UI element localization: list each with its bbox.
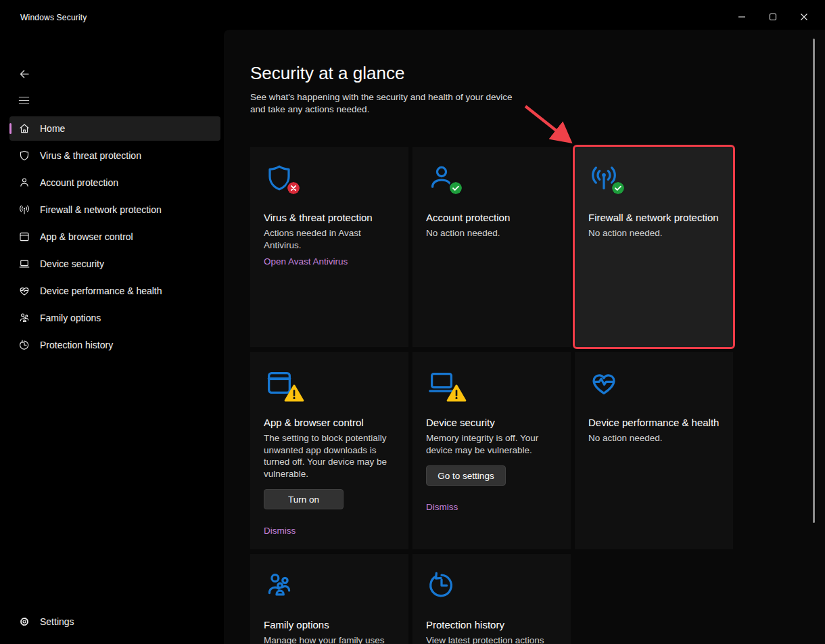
selection-indicator	[9, 123, 11, 134]
family-icon	[264, 570, 295, 601]
page-subtitle: See what's happening with the security a…	[250, 91, 522, 116]
sidebar-item-label: Virus & threat protection	[40, 150, 141, 161]
card-title: Device security	[426, 416, 557, 430]
maximize-button[interactable]	[757, 5, 788, 28]
shield-icon	[264, 162, 295, 193]
sidebar-settings: Settings	[9, 610, 220, 637]
dismiss-link[interactable]: Dismiss	[264, 526, 296, 536]
sidebar-item-settings[interactable]: Settings	[9, 610, 220, 634]
sidebar-nav: Home Virus & threat protection Account p…	[9, 116, 220, 360]
sidebar-item-device-performance-health[interactable]: Device performance & health	[9, 279, 220, 303]
card-title: App & browser control	[264, 416, 395, 430]
ok-badge-icon	[448, 181, 463, 196]
warning-icon	[446, 384, 467, 402]
warning-icon	[284, 384, 304, 402]
card-status: Memory integrity is off. Your device may…	[426, 432, 557, 456]
heart-pulse-icon	[18, 285, 30, 297]
back-button[interactable]	[16, 67, 32, 83]
card-status: The setting to block potentially unwante…	[264, 432, 395, 480]
ok-badge-icon	[611, 181, 626, 196]
hamburger-icon	[18, 94, 30, 107]
dismiss-link[interactable]: Dismiss	[426, 502, 458, 512]
page-title: Security at a glance	[250, 63, 404, 84]
title-bar: Windows Security	[0, 0, 825, 30]
sidebar-item-family-options[interactable]: Family options	[9, 306, 220, 330]
minimize-icon	[738, 13, 746, 21]
sidebar-item-label: Protection history	[40, 340, 113, 350]
card-title: Protection history	[426, 618, 557, 632]
card-device-security[interactable]: Device security Memory integrity is off.…	[412, 352, 571, 549]
sidebar-item-label: Firewall & network protection	[40, 204, 162, 215]
main-content: Security at a glance See what's happenin…	[224, 30, 825, 644]
card-title: Virus & threat protection	[264, 211, 395, 225]
go-to-settings-button[interactable]: Go to settings	[426, 465, 506, 486]
sidebar-item-label: Settings	[40, 616, 74, 627]
shield-icon	[18, 150, 30, 162]
error-badge-icon	[286, 181, 301, 196]
window-controls	[726, 5, 820, 28]
window-title: Windows Security	[20, 13, 87, 22]
card-status: Manage how your family uses	[264, 635, 395, 644]
card-device-performance-health[interactable]: Device performance & health No action ne…	[575, 352, 733, 549]
card-virus-threat-protection[interactable]: Virus & threat protection Actions needed…	[250, 147, 408, 347]
card-status: No action needed.	[588, 432, 720, 444]
sidebar-item-app-browser-control[interactable]: App & browser control	[9, 225, 220, 249]
network-icon	[18, 204, 30, 216]
scrollbar[interactable]	[813, 39, 815, 523]
card-status: Actions needed in Avast Antivirus.	[264, 227, 395, 251]
card-app-browser-control[interactable]: App & browser control The setting to blo…	[250, 352, 408, 549]
card-firewall-network-protection[interactable]: Firewall & network protection No action …	[575, 147, 733, 347]
sidebar-item-label: Home	[40, 123, 65, 134]
person-icon	[18, 177, 30, 189]
maximize-icon	[769, 13, 777, 21]
gear-icon	[18, 616, 30, 628]
card-protection-history[interactable]: Protection history View latest protectio…	[412, 554, 571, 644]
card-account-protection[interactable]: Account protection No action needed.	[412, 147, 571, 347]
sidebar-item-account-protection[interactable]: Account protection	[9, 170, 220, 195]
history-icon	[426, 570, 457, 601]
close-button[interactable]	[788, 5, 820, 28]
sidebar-item-device-security[interactable]: Device security	[9, 252, 220, 276]
sidebar-item-virus-threat-protection[interactable]: Virus & threat protection	[9, 143, 220, 168]
security-cards-grid: Virus & threat protection Actions needed…	[250, 147, 733, 644]
laptop-icon	[426, 367, 457, 398]
card-title: Firewall & network protection	[588, 211, 720, 225]
turn-on-button[interactable]: Turn on	[264, 489, 344, 509]
close-icon	[800, 13, 808, 21]
history-icon	[18, 339, 30, 351]
app-window-icon	[264, 367, 295, 398]
hamburger-menu-button[interactable]	[16, 93, 32, 110]
sidebar-item-label: Device security	[40, 258, 104, 269]
person-icon	[426, 162, 457, 193]
card-status: No action needed.	[588, 227, 720, 239]
network-icon	[588, 162, 619, 193]
heart-pulse-icon	[588, 367, 619, 398]
sidebar-item-home[interactable]: Home	[9, 116, 220, 141]
sidebar-item-firewall-network-protection[interactable]: Firewall & network protection	[9, 198, 220, 222]
card-title: Family options	[264, 618, 395, 632]
open-avast-antivirus-link[interactable]: Open Avast Antivirus	[264, 256, 348, 267]
sidebar: Home Virus & threat protection Account p…	[0, 30, 224, 644]
laptop-icon	[18, 258, 30, 270]
sidebar-item-label: Device performance & health	[40, 285, 162, 296]
sidebar-item-protection-history[interactable]: Protection history	[9, 333, 220, 357]
sidebar-item-label: Family options	[40, 313, 101, 323]
sidebar-item-label: App & browser control	[40, 231, 133, 242]
card-status: View latest protection actions	[426, 635, 557, 644]
card-title: Account protection	[426, 211, 557, 225]
family-icon	[18, 312, 30, 324]
card-title: Device performance & health	[588, 416, 720, 430]
minimize-button[interactable]	[726, 5, 757, 28]
app-window-icon	[18, 231, 30, 243]
home-icon	[18, 122, 30, 135]
card-status: No action needed.	[426, 227, 557, 239]
sidebar-item-label: Account protection	[40, 177, 118, 188]
back-arrow-icon	[18, 68, 31, 81]
card-family-options[interactable]: Family options Manage how your family us…	[250, 554, 408, 644]
